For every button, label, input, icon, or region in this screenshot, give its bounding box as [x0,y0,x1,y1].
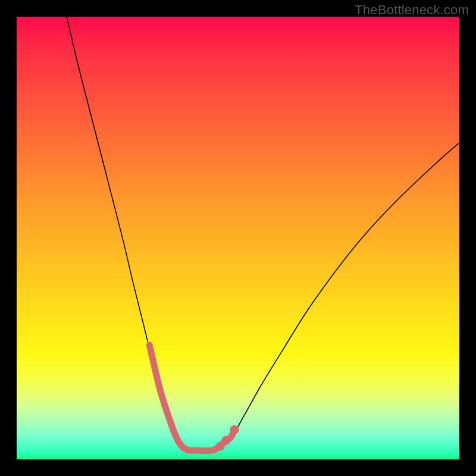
valley-accent-dot [230,425,239,434]
valley-accent-dot [221,436,230,445]
chart-plot-area [17,17,459,459]
watermark-text: TheBottleneck.com [355,2,469,18]
bottleneck-curve [67,17,459,452]
valley-accent-stroke [149,345,234,451]
valley-accent-dots [216,425,239,451]
chart-svg [17,17,459,459]
